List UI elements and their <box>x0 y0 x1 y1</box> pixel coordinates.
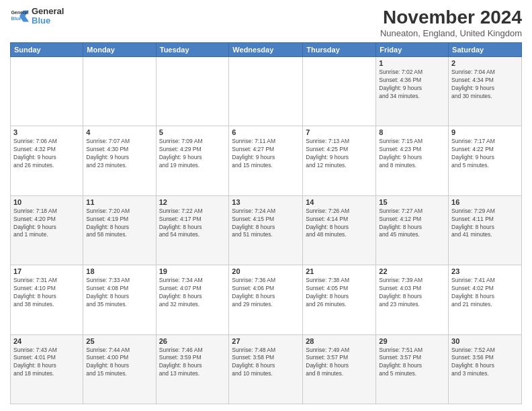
day-number: 14 <box>306 198 373 206</box>
calendar-cell: 25Sunrise: 7:44 AM Sunset: 4:00 PM Dayli… <box>83 334 156 404</box>
day-number: 26 <box>159 337 226 345</box>
day-info: Sunrise: 7:34 AM Sunset: 4:07 PM Dayligh… <box>159 277 226 309</box>
day-info: Sunrise: 7:27 AM Sunset: 4:12 PM Dayligh… <box>379 208 445 240</box>
day-number: 21 <box>306 267 373 275</box>
day-info: Sunrise: 7:13 AM Sunset: 4:25 PM Dayligh… <box>306 138 373 170</box>
calendar-cell: 16Sunrise: 7:29 AM Sunset: 4:11 PM Dayli… <box>449 195 522 265</box>
day-info: Sunrise: 7:51 AM Sunset: 3:57 PM Dayligh… <box>379 347 445 379</box>
day-info: Sunrise: 7:33 AM Sunset: 4:08 PM Dayligh… <box>86 277 152 309</box>
day-number: 16 <box>451 198 519 206</box>
month-year-title: November 2024 <box>380 7 522 28</box>
day-info: Sunrise: 7:31 AM Sunset: 4:10 PM Dayligh… <box>13 277 80 309</box>
calendar-cell <box>83 57 156 126</box>
week-row-5: 24Sunrise: 7:43 AM Sunset: 4:01 PM Dayli… <box>11 334 522 404</box>
calendar-cell: 10Sunrise: 7:18 AM Sunset: 4:20 PM Dayli… <box>11 195 83 265</box>
weekday-header-wednesday: Wednesday <box>229 43 303 57</box>
calendar-cell: 3Sunrise: 7:06 AM Sunset: 4:32 PM Daylig… <box>11 126 83 195</box>
calendar-cell <box>303 57 376 126</box>
weekday-header-saturday: Saturday <box>449 43 522 57</box>
day-info: Sunrise: 7:18 AM Sunset: 4:20 PM Dayligh… <box>13 208 80 240</box>
day-info: Sunrise: 7:36 AM Sunset: 4:06 PM Dayligh… <box>232 277 300 309</box>
title-block: November 2024 Nuneaton, England, United … <box>380 7 522 38</box>
calendar-cell: 1Sunrise: 7:02 AM Sunset: 4:36 PM Daylig… <box>376 57 449 126</box>
day-info: Sunrise: 7:20 AM Sunset: 4:19 PM Dayligh… <box>86 208 152 240</box>
day-info: Sunrise: 7:49 AM Sunset: 3:57 PM Dayligh… <box>306 347 373 379</box>
day-number: 28 <box>306 337 373 345</box>
day-info: Sunrise: 7:24 AM Sunset: 4:15 PM Dayligh… <box>232 208 300 240</box>
day-info: Sunrise: 7:29 AM Sunset: 4:11 PM Dayligh… <box>451 208 519 240</box>
day-number: 22 <box>379 267 445 275</box>
calendar-table: SundayMondayTuesdayWednesdayThursdayFrid… <box>10 42 522 404</box>
weekday-header-sunday: Sunday <box>11 43 83 57</box>
day-info: Sunrise: 7:04 AM Sunset: 4:34 PM Dayligh… <box>451 68 519 101</box>
day-info: Sunrise: 7:52 AM Sunset: 3:56 PM Dayligh… <box>451 347 519 379</box>
calendar-cell: 12Sunrise: 7:22 AM Sunset: 4:17 PM Dayli… <box>156 195 229 265</box>
calendar-cell: 28Sunrise: 7:49 AM Sunset: 3:57 PM Dayli… <box>303 334 376 404</box>
calendar-cell: 6Sunrise: 7:11 AM Sunset: 4:27 PM Daylig… <box>229 126 303 195</box>
day-number: 24 <box>13 337 80 345</box>
day-number: 18 <box>86 267 152 275</box>
calendar-cell <box>229 57 303 126</box>
week-row-4: 17Sunrise: 7:31 AM Sunset: 4:10 PM Dayli… <box>11 265 522 334</box>
weekday-header-friday: Friday <box>376 43 449 57</box>
day-info: Sunrise: 7:17 AM Sunset: 4:22 PM Dayligh… <box>451 138 519 170</box>
header: General Blue General Blue November 2024 … <box>10 7 522 38</box>
logo: General Blue General Blue <box>10 7 64 26</box>
day-info: Sunrise: 7:48 AM Sunset: 3:58 PM Dayligh… <box>232 347 300 379</box>
calendar-cell: 21Sunrise: 7:38 AM Sunset: 4:05 PM Dayli… <box>303 265 376 334</box>
day-number: 5 <box>159 128 226 136</box>
day-number: 11 <box>86 198 152 206</box>
week-row-2: 3Sunrise: 7:06 AM Sunset: 4:32 PM Daylig… <box>11 126 522 195</box>
day-info: Sunrise: 7:11 AM Sunset: 4:27 PM Dayligh… <box>232 138 300 170</box>
day-info: Sunrise: 7:09 AM Sunset: 4:29 PM Dayligh… <box>159 138 226 170</box>
svg-text:Blue: Blue <box>11 16 21 21</box>
calendar-cell: 13Sunrise: 7:24 AM Sunset: 4:15 PM Dayli… <box>229 195 303 265</box>
day-number: 23 <box>451 267 519 275</box>
day-info: Sunrise: 7:39 AM Sunset: 4:03 PM Dayligh… <box>379 277 445 309</box>
calendar-cell <box>156 57 229 126</box>
week-row-3: 10Sunrise: 7:18 AM Sunset: 4:20 PM Dayli… <box>11 195 522 265</box>
calendar-cell: 27Sunrise: 7:48 AM Sunset: 3:58 PM Dayli… <box>229 334 303 404</box>
svg-text:General: General <box>11 10 28 15</box>
calendar-cell: 18Sunrise: 7:33 AM Sunset: 4:08 PM Dayli… <box>83 265 156 334</box>
day-number: 17 <box>13 267 80 275</box>
calendar-cell: 4Sunrise: 7:07 AM Sunset: 4:30 PM Daylig… <box>83 126 156 195</box>
logo-general-text: General <box>32 7 64 16</box>
day-number: 12 <box>159 198 226 206</box>
day-number: 27 <box>232 337 300 345</box>
day-info: Sunrise: 7:15 AM Sunset: 4:23 PM Dayligh… <box>379 138 445 170</box>
weekday-header-tuesday: Tuesday <box>156 43 229 57</box>
day-number: 15 <box>379 198 445 206</box>
day-info: Sunrise: 7:38 AM Sunset: 4:05 PM Dayligh… <box>306 277 373 309</box>
calendar-cell: 30Sunrise: 7:52 AM Sunset: 3:56 PM Dayli… <box>449 334 522 404</box>
weekday-header-monday: Monday <box>83 43 156 57</box>
day-number: 19 <box>159 267 226 275</box>
day-number: 13 <box>232 198 300 206</box>
day-info: Sunrise: 7:46 AM Sunset: 3:59 PM Dayligh… <box>159 347 226 379</box>
calendar-cell: 14Sunrise: 7:26 AM Sunset: 4:14 PM Dayli… <box>303 195 376 265</box>
calendar-cell: 24Sunrise: 7:43 AM Sunset: 4:01 PM Dayli… <box>11 334 83 404</box>
day-info: Sunrise: 7:22 AM Sunset: 4:17 PM Dayligh… <box>159 208 226 240</box>
calendar-cell: 23Sunrise: 7:41 AM Sunset: 4:02 PM Dayli… <box>449 265 522 334</box>
calendar-cell: 26Sunrise: 7:46 AM Sunset: 3:59 PM Dayli… <box>156 334 229 404</box>
calendar-cell: 9Sunrise: 7:17 AM Sunset: 4:22 PM Daylig… <box>449 126 522 195</box>
day-number: 20 <box>232 267 300 275</box>
calendar-cell <box>11 57 83 126</box>
calendar-cell: 20Sunrise: 7:36 AM Sunset: 4:06 PM Dayli… <box>229 265 303 334</box>
day-info: Sunrise: 7:07 AM Sunset: 4:30 PM Dayligh… <box>86 138 152 170</box>
calendar-cell: 5Sunrise: 7:09 AM Sunset: 4:29 PM Daylig… <box>156 126 229 195</box>
day-info: Sunrise: 7:43 AM Sunset: 4:01 PM Dayligh… <box>13 347 80 379</box>
calendar-cell: 11Sunrise: 7:20 AM Sunset: 4:19 PM Dayli… <box>83 195 156 265</box>
day-number: 3 <box>13 128 80 136</box>
day-info: Sunrise: 7:06 AM Sunset: 4:32 PM Dayligh… <box>13 138 80 170</box>
day-number: 10 <box>13 198 80 206</box>
calendar-cell: 22Sunrise: 7:39 AM Sunset: 4:03 PM Dayli… <box>376 265 449 334</box>
weekday-header-thursday: Thursday <box>303 43 376 57</box>
calendar-cell: 29Sunrise: 7:51 AM Sunset: 3:57 PM Dayli… <box>376 334 449 404</box>
calendar-cell: 19Sunrise: 7:34 AM Sunset: 4:07 PM Dayli… <box>156 265 229 334</box>
day-number: 1 <box>379 59 445 67</box>
day-info: Sunrise: 7:26 AM Sunset: 4:14 PM Dayligh… <box>306 208 373 240</box>
day-number: 9 <box>451 128 519 136</box>
calendar-cell: 7Sunrise: 7:13 AM Sunset: 4:25 PM Daylig… <box>303 126 376 195</box>
location-subtitle: Nuneaton, England, United Kingdom <box>380 28 522 38</box>
